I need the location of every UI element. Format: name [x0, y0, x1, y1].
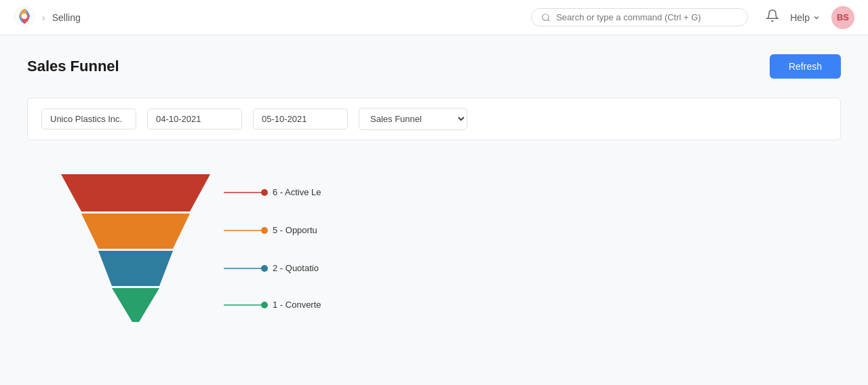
svg-point-2 — [542, 14, 549, 20]
company-filter[interactable]: Unico Plastics Inc. — [41, 108, 136, 129]
svg-marker-6 — [98, 251, 173, 286]
page-content: Sales Funnel Refresh Unico Plastics Inc.… — [0, 35, 868, 342]
search-input[interactable] — [556, 12, 738, 22]
chart-type-filter[interactable]: Sales Funnel — [359, 108, 467, 130]
navbar-icons: Help BS — [766, 6, 854, 29]
breadcrumb-app-name: Selling — [52, 12, 81, 23]
svg-text:2 - Quotatio: 2 - Quotatio — [273, 263, 319, 273]
svg-point-1 — [22, 14, 27, 19]
notifications-button[interactable] — [766, 9, 779, 26]
bell-icon — [766, 9, 779, 22]
svg-text:5 - Opportu: 5 - Opportu — [273, 225, 317, 235]
svg-line-3 — [548, 19, 550, 21]
chevron-down-icon — [812, 14, 821, 22]
date-from-filter[interactable]: 04-10-2021 — [147, 108, 242, 129]
svg-point-15 — [261, 265, 268, 272]
svg-marker-5 — [81, 214, 190, 249]
page-title: Sales Funnel — [27, 58, 119, 75]
filter-bar: Unico Plastics Inc. 04-10-2021 05-10-202… — [27, 98, 841, 140]
search-icon — [541, 13, 551, 22]
svg-text:1 - Converte: 1 - Converte — [273, 300, 321, 310]
svg-point-18 — [261, 302, 268, 308]
app-logo[interactable] — [14, 5, 35, 30]
refresh-button[interactable]: Refresh — [770, 54, 841, 79]
date-to-filter[interactable]: 05-10-2021 — [253, 108, 348, 129]
svg-marker-4 — [61, 174, 210, 211]
help-label: Help — [790, 12, 810, 23]
help-button[interactable]: Help — [790, 12, 821, 23]
legend-lines: 6 - Active Le 5 - Opportu 2 - Quotatio 1… — [224, 174, 441, 323]
avatar[interactable]: BS — [831, 6, 854, 29]
navbar: › Selling Help BS — [0, 0, 868, 35]
page-header: Sales Funnel Refresh — [27, 54, 841, 79]
search-bar[interactable] — [531, 8, 748, 26]
svg-point-9 — [261, 189, 268, 196]
svg-point-12 — [261, 227, 268, 234]
breadcrumb-chevron: › — [42, 12, 45, 23]
chart-area: 6 - Active Le 5 - Opportu 2 - Quotatio 1… — [27, 167, 841, 323]
funnel-chart — [47, 174, 224, 323]
svg-marker-7 — [112, 288, 159, 322]
svg-text:6 - Active Le: 6 - Active Le — [273, 187, 321, 197]
